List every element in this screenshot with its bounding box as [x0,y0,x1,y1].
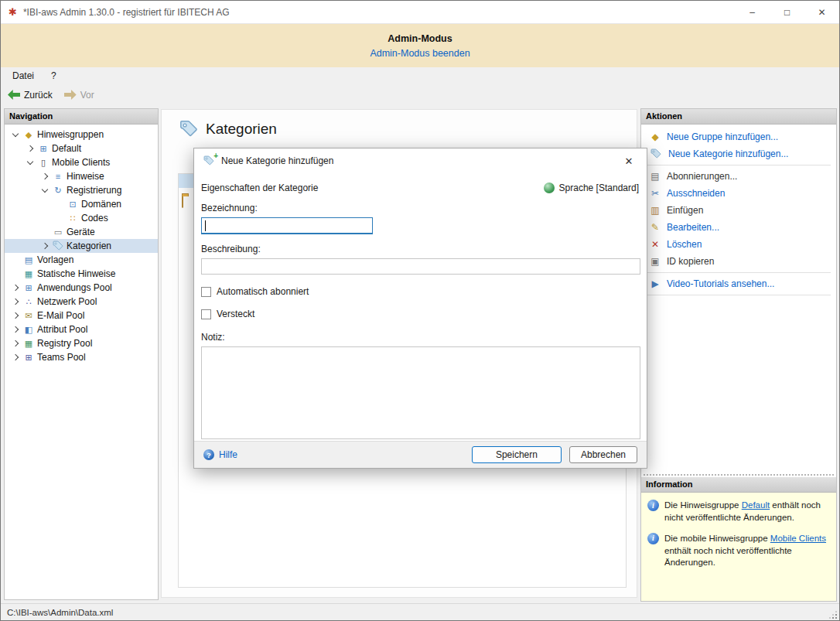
checkbox-automatisch-abonniert[interactable]: Automatisch abonniert [201,286,639,297]
forward-button[interactable]: Vor [64,90,94,101]
menu-datei[interactable]: Datei [12,70,34,81]
chevron-collapsed-icon[interactable] [24,142,36,155]
tree-item-statische-hinweise[interactable]: ▦ Statische Hinweise [5,267,158,281]
add-group-icon: ◆ [649,131,661,142]
bezeichnung-input[interactable] [201,217,373,234]
chevron-collapsed-icon[interactable] [9,337,22,350]
chevron-collapsed-icon[interactable] [9,309,22,322]
tree-item-netzwerk-pool[interactable]: ∴ Netzwerk Pool [5,295,158,309]
help-link[interactable]: ? Hilfe [203,449,237,460]
actions-header: Aktionen [641,109,836,125]
app-logo-icon: ✱ [9,6,17,18]
page-title: Kategorien [206,121,277,138]
tree-item-anwendungs-pool[interactable]: ⊞ Anwendungs Pool [5,281,158,295]
help-icon: ? [203,449,214,460]
dialog-section-title: Eigenschaften der Kategorie [201,183,318,193]
minimize-button[interactable]: – [735,1,770,23]
template-icon: ▤ [22,255,36,265]
save-button[interactable]: Speichern [472,446,562,463]
tree-item-registrierung[interactable]: ↻ Registrierung [5,183,158,197]
menu-help[interactable]: ? [51,70,56,81]
action-cut[interactable]: ✂ Ausschneiden [641,185,836,202]
copy-icon: ▣ [649,256,661,267]
tree-item-default[interactable]: ⊞ Default [5,142,158,155]
mobile-clients-link[interactable]: Mobile Clients [770,534,826,543]
info-icon: i [647,533,659,544]
info-icon: i [647,500,659,511]
content-header: Kategorien [162,110,637,138]
add-category-tag-icon: + [203,155,215,167]
notiz-textarea[interactable] [201,346,640,439]
admin-mode-exit-link[interactable]: Admin-Modus beenden [370,48,470,59]
beschreibung-label: Beschreibung: [201,244,639,254]
navigation-panel: Navigation ◆ Hinweisgruppen ⊞ Default ▯ … [4,108,159,600]
pencil-icon: ✎ [649,222,661,233]
tree-item-kategorien[interactable]: Kategorien [5,239,158,253]
tree-item-geraete[interactable]: ▭ Geräte [5,225,158,239]
tree-item-vorlagen[interactable]: ▤ Vorlagen [5,253,158,267]
tag-icon [179,120,198,138]
cancel-button[interactable]: Abbrechen [569,446,637,463]
action-copy-id[interactable]: ▣ ID kopieren [641,253,836,270]
action-video-tutorials[interactable]: ▶ Video-Tutorials ansehen... [641,275,836,292]
tree-item-domaenen[interactable]: ⊡ Domänen [5,197,158,211]
beschreibung-input[interactable] [201,258,640,275]
chevron-expanded-icon[interactable] [39,184,51,196]
chevron-collapsed-icon[interactable] [9,351,22,363]
plus-badge-icon: + [213,152,218,160]
subscriptions-icon: ▤ [649,171,661,182]
chevron-collapsed-icon[interactable] [39,170,51,183]
list-icon: ≡ [51,172,65,181]
static-notice-icon: ▦ [22,269,36,279]
action-paste[interactable]: ▥ Einfügen [641,202,836,219]
language-selector[interactable]: Sprache [Standard] [544,183,639,193]
window-title: *IBI-aws Admin 1.30.0 - registriert für … [23,7,230,18]
tree-item-hinweise[interactable]: ≡ Hinweise [5,169,158,183]
application-pool-icon: ⊞ [22,283,36,293]
chevron-collapsed-icon[interactable] [39,240,51,252]
panel-splitter[interactable] [641,472,836,477]
status-bar: C:\IBI-aws\Admin\Data.xml [1,603,839,621]
action-new-category[interactable]: Neue Kategorie hinzufügen... [641,145,836,162]
tree-item-teams-pool[interactable]: ⊞ Teams Pool [5,350,158,364]
information-body: i Die Hinweisgruppe Default enthält noch… [641,493,836,601]
chevron-collapsed-icon[interactable] [9,295,22,308]
tree-item-email-pool[interactable]: ✉ E-Mail Pool [5,309,158,322]
resize-grip[interactable] [829,611,837,619]
title-bar: ✱ *IBI-aws Admin 1.30.0 - registriert fü… [1,1,839,24]
info-message: i Die mobile Hinweisgruppe Mobile Client… [647,533,830,570]
chevron-collapsed-icon[interactable] [9,281,22,294]
checkbox-icon[interactable] [201,287,211,297]
info-message-text: Die mobile Hinweisgruppe Mobile Clients … [664,533,830,570]
bezeichnung-label: Bezeichnung: [201,203,639,213]
forward-arrow-icon [64,90,77,100]
tree-item-mobile-clients[interactable]: ▯ Mobile Clients [5,155,158,169]
close-button[interactable]: ✕ [804,1,839,23]
information-header: Information [641,477,836,493]
tree-item-attribut-pool[interactable]: ◧ Attribut Pool [5,322,158,336]
dialog-title: Neue Kategorie hinzufügen [221,155,333,166]
action-new-group[interactable]: ◆ Neue Gruppe hinzufügen... [641,128,836,145]
action-delete[interactable]: ✕ Löschen [641,236,836,253]
action-subscriptions[interactable]: ▤ Abonnierungen... [641,168,836,185]
chevron-expanded-icon[interactable] [9,128,22,141]
actions-list: ◆ Neue Gruppe hinzufügen... Neue Kategor… [641,125,836,299]
chevron-none [53,212,66,224]
chevron-collapsed-icon[interactable] [9,323,22,336]
chevron-expanded-icon[interactable] [24,156,36,169]
action-edit[interactable]: ✎ Bearbeiten... [641,219,836,236]
dialog-close-icon[interactable]: ✕ [620,155,637,167]
tree-item-codes[interactable]: ∷ Codes [5,211,158,225]
actions-separator [647,165,831,165]
tag-icon [53,241,63,251]
tree-item-registry-pool[interactable]: ▦ Registry Pool [5,336,158,350]
dialog-footer: ? Hilfe Speichern Abbrechen [194,441,647,468]
add-category-tag-icon [650,148,661,159]
tree-item-hinweisgruppen[interactable]: ◆ Hinweisgruppen [5,128,158,142]
default-group-link[interactable]: Default [742,500,770,510]
back-button[interactable]: Zurück [8,90,53,101]
maximize-button[interactable]: □ [770,1,804,23]
checkbox-versteckt[interactable]: Versteckt [201,309,639,319]
device-icon: ▭ [51,227,65,237]
checkbox-icon[interactable] [201,309,211,319]
